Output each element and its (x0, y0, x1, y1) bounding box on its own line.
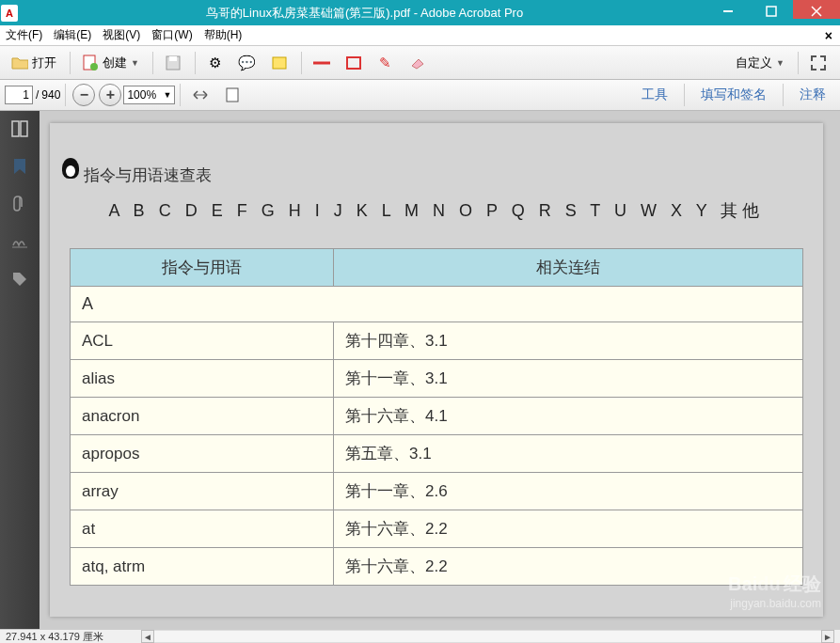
index-table: 指令与用语 相关连结 A ACL第十四章、3.1 alias第十一章、3.1 a… (70, 248, 803, 586)
scroll-right-icon[interactable]: ► (821, 630, 834, 643)
svg-rect-13 (12, 121, 19, 136)
pdf-page: 指令与用语速查表 A B C D E F G H I J K L M N O P… (50, 123, 823, 617)
zoom-level-select[interactable]: 100% ▼ (123, 86, 175, 104)
tools-link[interactable]: 工具 (632, 83, 677, 107)
create-pdf-icon (82, 55, 99, 71)
zoom-in-button[interactable]: + (99, 84, 121, 106)
document-view[interactable]: 指令与用语速查表 A B C D E F G H I J K L M N O P… (40, 111, 840, 629)
svg-point-5 (90, 63, 98, 71)
toolbar-separator (65, 84, 66, 106)
zoom-value: 100% (127, 88, 156, 102)
col-ref-header: 相关连结 (334, 249, 803, 287)
bookmark-icon[interactable] (9, 156, 30, 177)
dropdown-arrow-icon: ▼ (131, 58, 139, 68)
eraser-button[interactable] (403, 52, 433, 74)
toolbar-separator (798, 52, 799, 74)
create-button[interactable]: 创建 ▼ (75, 52, 146, 74)
save-icon (165, 55, 182, 71)
page-number-input[interactable] (5, 86, 33, 104)
svg-rect-10 (347, 57, 360, 69)
fit-page-button[interactable] (217, 84, 247, 106)
toolbar-separator (684, 84, 685, 106)
svg-rect-12 (227, 88, 238, 102)
attachment-icon[interactable] (9, 194, 30, 214)
speech-bubble-icon: 💬 (239, 55, 256, 71)
zoom-out-button[interactable]: − (72, 84, 95, 106)
table-row: at第十六章、2.2 (71, 510, 803, 548)
thumbnails-icon[interactable] (9, 118, 30, 139)
fit-width-button[interactable] (185, 84, 215, 106)
svg-rect-7 (169, 56, 177, 61)
navigation-panel (0, 111, 40, 629)
open-button[interactable]: 打开 (5, 52, 63, 74)
col-term-header: 指令与用语 (71, 249, 334, 287)
page-separator: / (36, 88, 39, 102)
table-row: atq, atrm第十六章、2.2 (71, 548, 803, 586)
page-total: 940 (41, 88, 60, 102)
window-controls (706, 7, 840, 19)
ref-cell[interactable]: 第五章、3.1 (334, 435, 803, 473)
fill-sign-link[interactable]: 填写和签名 (691, 83, 776, 107)
menu-view[interactable]: 视图(V) (97, 27, 146, 43)
ref-cell[interactable]: 第十六章、2.2 (334, 510, 803, 548)
page-icon (224, 86, 241, 103)
menu-edit[interactable]: 编辑(E) (48, 27, 97, 43)
ref-cell[interactable]: 第十六章、2.2 (334, 548, 803, 586)
status-bar: 27.941 x 43.179 厘米 ◄ ► (0, 629, 840, 643)
horizontal-scrollbar[interactable]: ◄ ► (141, 630, 834, 643)
rectangle-button[interactable] (339, 52, 369, 74)
sticky-note-icon (271, 55, 288, 71)
table-row: array第十一章、2.6 (71, 473, 803, 510)
title-bar: A 鸟哥的Linux私房菜基础篇(第三版).pdf - Adobe Acroba… (0, 0, 840, 25)
menu-close-icon[interactable]: × (825, 28, 832, 43)
ref-cell[interactable]: 第十一章、3.1 (334, 360, 803, 398)
fullscreen-button[interactable] (803, 52, 833, 74)
note-button[interactable] (264, 52, 294, 74)
toolbar-separator (301, 52, 302, 74)
comment-button[interactable]: 💬 (232, 52, 262, 74)
section-heading: A (71, 287, 803, 322)
strikeout-icon (313, 55, 330, 71)
menu-file[interactable]: 文件(F) (0, 27, 48, 43)
table-row: apropos第五章、3.1 (71, 435, 803, 473)
menu-help[interactable]: 帮助(H) (198, 27, 248, 43)
open-label: 打开 (32, 55, 56, 71)
scroll-left-icon[interactable]: ◄ (141, 630, 154, 643)
save-button[interactable] (158, 52, 188, 74)
comment-link[interactable]: 注释 (790, 83, 835, 107)
pencil-button[interactable]: ✎ (371, 52, 401, 74)
table-row: ACL第十四章、3.1 (71, 322, 803, 360)
customize-label: 自定义 (736, 55, 772, 71)
close-button[interactable] (793, 0, 840, 19)
gear-icon: ⚙ (207, 55, 224, 71)
dropdown-arrow-icon: ▼ (776, 58, 785, 68)
toolbar-separator (152, 52, 153, 74)
window-title: 鸟哥的Linux私房菜基础篇(第三版).pdf - Adobe Acrobat … (23, 5, 706, 22)
create-label: 创建 (103, 55, 127, 71)
settings-button[interactable]: ⚙ (200, 52, 230, 74)
doc-heading: 指令与用语速查表 (84, 165, 212, 186)
scroll-track[interactable] (154, 630, 821, 643)
menu-window[interactable]: 窗口(W) (146, 27, 198, 43)
pencil-icon: ✎ (377, 55, 394, 71)
ref-cell[interactable]: 第十六章、4.1 (334, 398, 803, 435)
tags-icon[interactable] (9, 269, 30, 290)
folder-open-icon (11, 55, 28, 71)
signatures-icon[interactable] (9, 231, 30, 252)
toolbar-separator (180, 84, 181, 106)
maximize-button[interactable] (750, 0, 793, 19)
rectangle-icon (345, 55, 362, 71)
page-dimensions: 27.941 x 43.179 厘米 (6, 630, 103, 644)
ref-cell[interactable]: 第十四章、3.1 (334, 322, 803, 360)
minimize-button[interactable] (706, 0, 750, 19)
doc-header: 指令与用语速查表 (57, 156, 816, 186)
customize-button[interactable]: 自定义 ▼ (729, 52, 791, 74)
term-cell: anacron (71, 398, 334, 435)
term-cell: array (71, 473, 334, 510)
toolbar-separator (70, 52, 71, 74)
ref-cell[interactable]: 第十一章、2.6 (334, 473, 803, 510)
alphabet-index[interactable]: A B C D E F G H I J K L M N O P Q R S T … (57, 199, 816, 222)
right-panel-links: 工具 填写和签名 注释 (632, 83, 835, 107)
strikeout-button[interactable] (307, 52, 337, 74)
term-cell: ACL (71, 322, 334, 360)
